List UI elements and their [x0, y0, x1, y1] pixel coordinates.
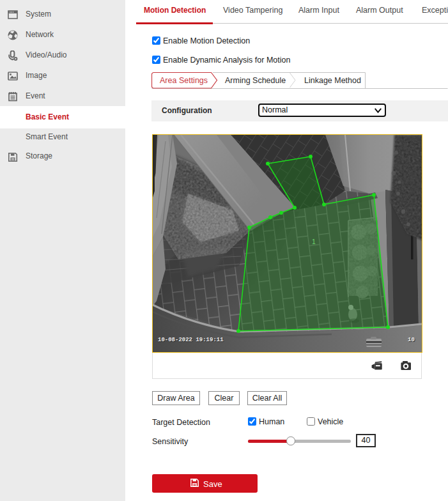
svg-text:1: 1	[312, 238, 316, 245]
svg-text:10-08-2022 19:19:11: 10-08-2022 19:19:11	[158, 337, 224, 343]
svg-text:Area Settings: Area Settings	[160, 76, 208, 85]
svg-text:Arming Schedule: Arming Schedule	[225, 76, 286, 85]
svg-text:Linkage Method: Linkage Method	[304, 76, 361, 85]
svg-text:10: 10	[408, 337, 415, 343]
